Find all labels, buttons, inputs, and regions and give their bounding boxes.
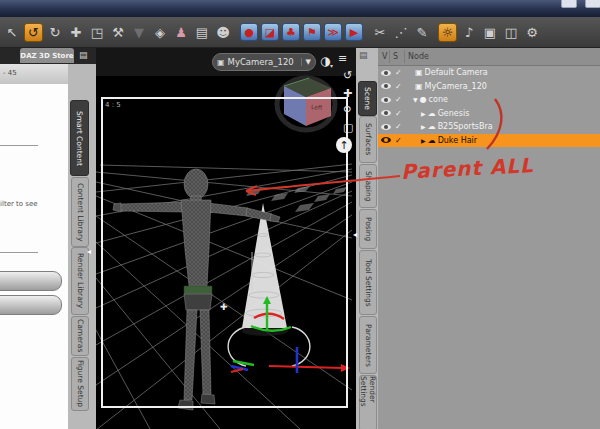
zoom-icon[interactable]: ⚲ bbox=[343, 105, 351, 116]
panel-menu-icon[interactable]: ▤ bbox=[359, 50, 368, 60]
result-count-bar: - 45 bbox=[0, 64, 68, 85]
figure-node-icon: ☁ bbox=[428, 136, 436, 145]
grid-list-icon[interactable]: ▤ bbox=[193, 23, 211, 41]
joint-editor-icon[interactable]: ⚒ bbox=[109, 23, 127, 41]
dock-panel-icon[interactable]: ▤ bbox=[79, 50, 88, 60]
tab-surfaces[interactable]: Surfaces bbox=[359, 116, 377, 163]
aspect-arrow-icon[interactable]: ↑ bbox=[336, 137, 352, 153]
filter-hint-text: ilter to see bbox=[0, 200, 38, 208]
divider bbox=[0, 145, 38, 146]
panel-button[interactable] bbox=[0, 271, 62, 291]
expand-closed-icon[interactable]: ▶ bbox=[421, 123, 426, 130]
scissors-icon[interactable]: ✂ bbox=[371, 23, 389, 41]
red-tree-icon[interactable]: ♣ bbox=[282, 23, 300, 41]
pan-icon[interactable]: ✚ bbox=[343, 88, 352, 99]
node-label: B25SportsBra bbox=[438, 122, 493, 131]
visibility-eye-icon[interactable] bbox=[381, 110, 391, 116]
selectable-check-icon[interactable]: ✓ bbox=[395, 136, 407, 145]
universal-tool-icon[interactable]: ↺ bbox=[24, 23, 43, 42]
red-ball-icon[interactable]: ● bbox=[240, 23, 258, 41]
pointer-tool-icon[interactable]: ↖ bbox=[3, 23, 21, 41]
red-wedge-icon[interactable]: ◪ bbox=[261, 23, 279, 41]
result-count: - 45 bbox=[3, 69, 17, 77]
scene-row-duke-hair[interactable]: ✓ ▶☁Duke Hair bbox=[378, 134, 600, 148]
red-play-icon[interactable]: ▶ bbox=[345, 23, 363, 41]
scene-row-mycamera[interactable]: ✓ ▣MyCamera_120 bbox=[378, 80, 600, 94]
tab-shaping[interactable]: Shaping bbox=[359, 164, 377, 208]
expand-closed-icon[interactable]: ▶ bbox=[421, 110, 426, 117]
character-bust-icon[interactable]: ☻ bbox=[214, 23, 232, 41]
panel-collapse-handle[interactable]: ◂ bbox=[87, 248, 91, 256]
camera-node-icon: ▣ bbox=[415, 82, 423, 91]
daz-studio-window: ↖ ↺ ↻ ✚ ◳ ⚒ ▼ ◈ ♟ ▤ ☻ ● ◪ ♣ ⚑ ≫ ▶ ✂ ⋰ ✎ … bbox=[0, 0, 600, 429]
daz-store-tab[interactable]: DAZ 3D Store bbox=[20, 48, 74, 63]
scale-tool-icon[interactable]: ◳ bbox=[88, 23, 106, 41]
visibility-eye-icon[interactable] bbox=[381, 137, 391, 143]
tab-parameters[interactable]: Parameters bbox=[359, 316, 377, 374]
figure-node-icon: ☁ bbox=[428, 109, 436, 118]
tab-posing[interactable]: Posing bbox=[359, 209, 377, 249]
expand-open-icon[interactable]: ▼ bbox=[413, 96, 418, 103]
camera-node-icon: ▣ bbox=[415, 68, 423, 77]
selectable-check-icon[interactable]: ✓ bbox=[395, 109, 407, 118]
scene-row-sportsbra[interactable]: ✓ ▶☁B25SportsBra bbox=[378, 120, 600, 134]
visibility-eye-icon[interactable] bbox=[381, 97, 391, 103]
render-image-icon[interactable]: ◫ bbox=[502, 23, 520, 41]
main-toolbar: ↖ ↺ ↻ ✚ ◳ ⚒ ▼ ◈ ♟ ▤ ☻ ● ◪ ♣ ⚑ ≫ ▶ ✂ ⋰ ✎ … bbox=[0, 17, 600, 48]
visibility-eye-icon[interactable] bbox=[381, 70, 391, 76]
scene-tree-header: V S Node bbox=[378, 48, 600, 66]
tab-smart-content[interactable]: Smart Content bbox=[70, 100, 89, 176]
column-node: Node bbox=[408, 52, 429, 61]
pencil-edit-icon[interactable]: ✎ bbox=[413, 23, 431, 41]
frame-icon[interactable]: ▢ bbox=[343, 122, 353, 133]
render-note-icon[interactable]: ♪ bbox=[460, 23, 478, 41]
node-label: Default Camera bbox=[425, 68, 488, 77]
viewport[interactable]: ▣ MyCamera_120 ▼ ◑ ▾ ≡ bbox=[96, 48, 356, 429]
divider bbox=[0, 252, 38, 253]
tab-render-library[interactable]: Render Library bbox=[71, 247, 89, 315]
camera-icon[interactable]: ▣ bbox=[481, 23, 499, 41]
minimize-button[interactable] bbox=[561, 0, 577, 8]
content-panel: ilter to see bbox=[0, 84, 68, 429]
selectable-check-icon[interactable]: ✓ bbox=[395, 122, 407, 131]
tab-cameras[interactable]: Cameras bbox=[71, 316, 89, 356]
node-label: Duke Hair bbox=[438, 136, 477, 145]
prop-node-icon: ● bbox=[420, 95, 427, 104]
expand-closed-icon[interactable]: ▶ bbox=[421, 137, 426, 144]
gear-icon[interactable]: ⚙ bbox=[523, 23, 541, 41]
figure-icon[interactable]: ♟ bbox=[172, 23, 190, 41]
visibility-eye-icon[interactable] bbox=[381, 83, 391, 89]
aspect-frame bbox=[101, 97, 348, 408]
panel-collapse-handle[interactable]: ◂ bbox=[353, 231, 357, 239]
panel-button[interactable] bbox=[0, 295, 62, 315]
orbit-icon[interactable]: ↺ bbox=[343, 70, 352, 81]
move-cursor-icon: ✚ bbox=[220, 302, 228, 312]
red-arrows-icon[interactable]: ≫ bbox=[324, 23, 342, 41]
rotate-tool-icon[interactable]: ↻ bbox=[46, 23, 64, 41]
tab-figure-setup[interactable]: Figure Setup bbox=[71, 357, 89, 411]
translate-tool-icon[interactable]: ✚ bbox=[67, 23, 85, 41]
hatch-lines-icon[interactable]: ⋰ bbox=[392, 23, 410, 41]
selectable-check-icon[interactable]: ✓ bbox=[395, 95, 407, 104]
node-label: Genesis bbox=[438, 109, 470, 118]
scene-panel: V S Node ✓ ▣Default Camera ✓ ▣MyCamera_1… bbox=[378, 48, 600, 429]
maximize-button[interactable] bbox=[585, 0, 600, 8]
tab-scene[interactable]: Scene bbox=[358, 81, 377, 116]
tab-tool-settings[interactable]: Tool Settings bbox=[359, 250, 377, 315]
aspect-ratio-label: 4 : 5 bbox=[105, 101, 121, 109]
scene-row-genesis[interactable]: ✓ ▶☁Genesis bbox=[378, 107, 600, 121]
title-bar bbox=[0, 0, 600, 17]
visibility-eye-icon[interactable] bbox=[381, 124, 391, 130]
dropdown-arrow-icon[interactable]: ▼ bbox=[130, 23, 148, 41]
selectable-check-icon[interactable]: ✓ bbox=[395, 68, 407, 77]
tab-render-settings[interactable]: Render Settings bbox=[359, 375, 377, 429]
scene-row-cone[interactable]: ✓ ▼●cone bbox=[378, 93, 600, 107]
scene-row-default-camera[interactable]: ✓ ▣Default Camera bbox=[378, 66, 600, 80]
node-label: cone bbox=[429, 95, 448, 104]
selectable-check-icon[interactable]: ✓ bbox=[395, 82, 407, 91]
red-flag-icon[interactable]: ⚑ bbox=[303, 23, 321, 41]
surface-selection-icon[interactable]: ◈ bbox=[151, 23, 169, 41]
figure-node-icon: ☁ bbox=[428, 122, 436, 131]
lightbulb-icon[interactable]: ☼ bbox=[438, 23, 457, 42]
tab-content-library[interactable]: Content Library bbox=[71, 177, 89, 247]
